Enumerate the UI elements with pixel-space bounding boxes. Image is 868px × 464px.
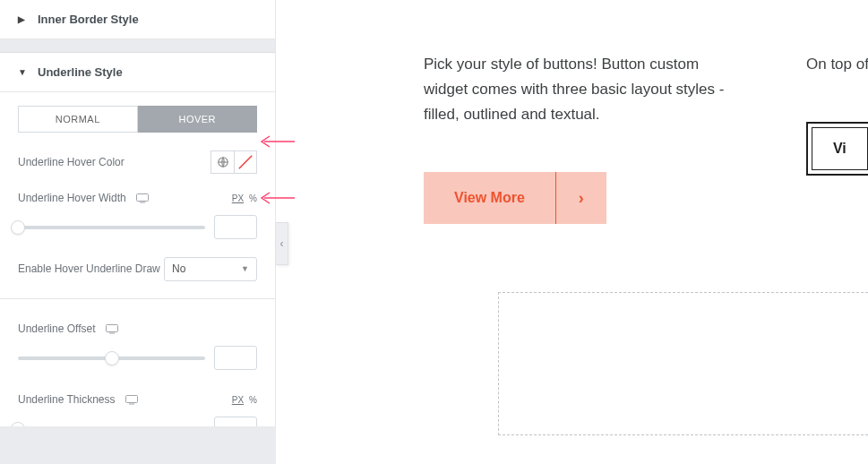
slider-thumb[interactable] xyxy=(11,220,25,235)
underline-hover-width-row: Underline Hover Width PX % xyxy=(18,185,257,211)
sidebar-footer-gap xyxy=(0,426,276,464)
chevron-left-icon: ‹ xyxy=(280,237,284,250)
underline-thickness-row: Underline Thickness PX % xyxy=(18,386,257,413)
underline-offset-row: Underline Offset xyxy=(18,315,257,342)
control-label: Underline Hover Color xyxy=(18,156,125,168)
offset-input[interactable] xyxy=(214,346,257,370)
view-more-button-filled[interactable]: View More › xyxy=(424,172,606,224)
responsive-icon[interactable] xyxy=(136,193,149,203)
button-label: Vi xyxy=(833,141,847,157)
control-label: Underline Thickness xyxy=(18,393,138,406)
unit-percent[interactable]: % xyxy=(249,193,257,203)
select-value: No xyxy=(172,262,185,275)
no-color-icon xyxy=(237,154,254,170)
unit-percent[interactable]: % xyxy=(249,395,257,405)
offset-slider-row xyxy=(18,346,257,370)
chevron-down-icon: ▼ xyxy=(241,264,249,273)
hover-width-input[interactable] xyxy=(214,215,257,239)
enable-hover-draw-select[interactable]: No ▼ xyxy=(164,257,257,281)
collapse-sidebar-handle[interactable]: ‹ xyxy=(276,222,288,265)
unit-selector: PX % xyxy=(232,395,257,405)
svg-line-1 xyxy=(239,156,252,168)
caret-right-icon: ▶ xyxy=(18,14,27,24)
settings-sidebar: ▶ Inner Border Style ▼ Underline Style N… xyxy=(0,0,276,464)
svg-rect-6 xyxy=(125,396,137,403)
preview-card-filled: Pick your style of buttons! Button custo… xyxy=(424,52,742,224)
section-underline-style[interactable]: ▼ Underline Style xyxy=(0,53,275,92)
responsive-icon[interactable] xyxy=(106,324,118,334)
divider xyxy=(0,298,275,299)
globe-icon xyxy=(217,156,229,168)
preview-card-outlined: On top of standard also get Vi xyxy=(806,52,868,224)
card-description: On top of standard also get xyxy=(806,52,868,77)
global-color-button[interactable] xyxy=(211,150,234,174)
unit-px[interactable]: PX xyxy=(232,395,244,405)
card-description: Pick your style of buttons! Button custo… xyxy=(424,52,742,127)
section-gap xyxy=(0,39,275,53)
svg-rect-5 xyxy=(109,333,115,334)
section-title: Underline Style xyxy=(38,65,123,79)
svg-rect-7 xyxy=(129,404,134,405)
control-label: Underline Offset xyxy=(18,322,118,335)
control-label: Enable Hover Underline Draw xyxy=(18,262,160,275)
hover-width-slider[interactable] xyxy=(18,226,205,229)
svg-rect-2 xyxy=(137,194,149,202)
responsive-icon[interactable] xyxy=(125,395,138,405)
enable-hover-draw-row: Enable Hover Underline Draw No ▼ xyxy=(18,255,257,282)
chevron-right-icon: › xyxy=(556,189,606,208)
button-label: View More xyxy=(424,190,555,206)
color-picker-button[interactable] xyxy=(234,150,257,174)
offset-slider[interactable] xyxy=(18,357,205,360)
empty-widget-placeholder[interactable] xyxy=(498,292,868,435)
state-tabs: NORMAL HOVER xyxy=(18,106,257,133)
tab-hover[interactable]: HOVER xyxy=(138,106,258,133)
underline-hover-color-row: Underline Hover Color xyxy=(18,149,257,176)
section-inner-border-style[interactable]: ▶ Inner Border Style xyxy=(0,0,275,39)
control-label: Underline Hover Width xyxy=(18,192,149,204)
underline-style-panel: NORMAL HOVER Underline Hover Color xyxy=(0,92,275,464)
view-more-button-outlined[interactable]: Vi xyxy=(806,122,868,176)
unit-px[interactable]: PX xyxy=(232,193,244,203)
svg-rect-4 xyxy=(106,325,117,332)
svg-rect-3 xyxy=(140,202,145,203)
unit-selector: PX % xyxy=(232,193,257,203)
section-title: Inner Border Style xyxy=(38,13,139,26)
slider-thumb[interactable] xyxy=(105,351,119,365)
tab-normal[interactable]: NORMAL xyxy=(18,106,138,133)
hover-width-slider-row xyxy=(18,215,257,239)
caret-down-icon: ▼ xyxy=(18,67,27,77)
